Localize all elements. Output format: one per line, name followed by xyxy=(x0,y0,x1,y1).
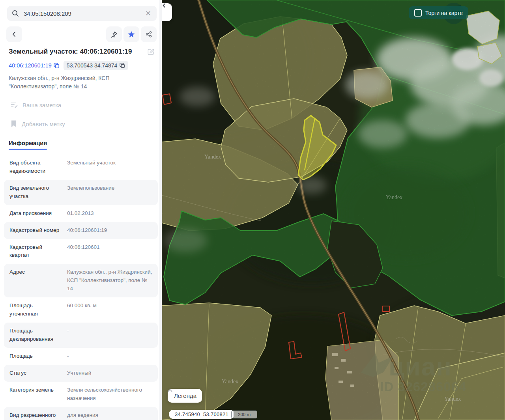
share-icon xyxy=(145,31,152,38)
info-row-label: Площадь уточненная xyxy=(9,302,60,318)
satellite-grain xyxy=(162,0,505,420)
chevron-left-icon xyxy=(11,31,17,37)
info-row-value: 40:06:120601:19 xyxy=(60,226,152,235)
info-row: Адрес Калужская обл., р-н Жиздринский, К… xyxy=(4,264,158,297)
bookmark-icon xyxy=(10,120,17,128)
info-row: Статус Учтенный xyxy=(4,365,158,382)
info-row-value: Земли сельскохозяйственного назначения xyxy=(60,386,152,403)
info-row-label: Кадастровый квартал xyxy=(9,243,60,260)
your-note-label: Ваша заметка xyxy=(22,102,61,108)
info-row: Кадастровый квартал 40:06:120601 xyxy=(4,239,158,264)
info-row-label: Вид земельного участка xyxy=(9,184,60,201)
info-row-label: Кадастровый номер xyxy=(9,226,60,235)
copy-icon[interactable] xyxy=(120,63,125,68)
favorite-button[interactable] xyxy=(123,26,139,42)
search-field[interactable]: ✕ xyxy=(7,6,157,21)
coordinates-chip[interactable]: 53.700543 34.74874 xyxy=(64,61,128,70)
chevron-left-icon xyxy=(162,3,166,8)
info-row-label: Адрес xyxy=(9,268,60,293)
cadastral-number-link[interactable]: 40:06:120601:19 xyxy=(9,62,60,69)
info-row-value: 40:06:120601 xyxy=(60,243,152,260)
search-icon xyxy=(12,10,19,17)
info-row-value: - xyxy=(60,352,152,360)
cadastral-map-app: ✕ Земельный участок: 40:06:120601:19 xyxy=(0,0,505,420)
sidebar-panel: ✕ Земельный участок: 40:06:120601:19 xyxy=(0,0,162,420)
info-row: Вид разрешенного использования для веден… xyxy=(4,407,158,420)
info-row: Площадь уточненная 60 000 кв. м xyxy=(4,297,158,323)
chevron-up-icon xyxy=(168,389,172,392)
torgi-toggle[interactable]: Торги на карте xyxy=(409,6,468,19)
info-row-label: Площадь декларированная xyxy=(9,327,60,343)
info-row-label: Вид объекта недвижимости xyxy=(9,159,60,175)
star-icon xyxy=(127,30,135,38)
pin-button[interactable] xyxy=(106,26,122,42)
page-title: Земельный участок: 40:06:120601:19 xyxy=(9,48,132,56)
info-table: Вид объекта недвижимости Земельный участ… xyxy=(0,155,162,420)
tab-information[interactable]: Информация xyxy=(9,140,47,150)
your-note-button[interactable]: Ваша заметка xyxy=(10,101,162,109)
map-scale-bar: 200 m xyxy=(231,411,257,418)
legend-button[interactable]: Легенда xyxy=(168,389,202,403)
info-row: Вид земельного участка Землепользование xyxy=(4,180,158,205)
info-row-label: Статус xyxy=(9,369,60,377)
cursor-coordinates: 34.745940 53.700821 xyxy=(169,410,234,419)
coordinates-text: 53.700543 34.74874 xyxy=(67,62,117,69)
info-row: Дата присвоения 01.02.2013 xyxy=(4,205,158,222)
info-row-value: Земельный участок xyxy=(60,159,152,175)
info-row-label: Дата присвоения xyxy=(9,209,60,218)
add-mark-button[interactable]: Добавить метку xyxy=(10,120,162,128)
edit-pencil-icon xyxy=(147,48,155,55)
info-row-value: Калужская обл., р-н Жиздринский, КСП "Ко… xyxy=(60,268,152,293)
clear-search-icon[interactable]: ✕ xyxy=(144,9,152,18)
info-row: Вид объекта недвижимости Земельный участ… xyxy=(4,155,158,180)
satellite-map-graphic: Yandex Yandex Yandex Yandex циан ID 3262… xyxy=(162,0,505,420)
toolbar xyxy=(6,26,157,42)
add-mark-label: Добавить метку xyxy=(22,121,65,127)
info-row: Кадастровый номер 40:06:120601:19 xyxy=(4,222,158,239)
map-scale-label: 200 m xyxy=(238,412,251,417)
info-row: Площадь декларированная - xyxy=(4,323,158,348)
pin-icon xyxy=(110,31,118,38)
object-address: Калужская обл., р-н Жиздринский, КСП "Ко… xyxy=(9,74,150,91)
info-row-value: Учтенный xyxy=(60,369,152,377)
map-canvas[interactable]: Yandex Yandex Yandex Yandex циан ID 3262… xyxy=(162,0,505,420)
torgi-label: Торги на карте xyxy=(425,10,463,16)
tab-information-label: Информация xyxy=(9,140,47,146)
note-icon xyxy=(10,101,18,109)
share-button[interactable] xyxy=(141,26,157,42)
torgi-checkbox[interactable] xyxy=(414,9,422,17)
collapse-sidebar-button[interactable] xyxy=(162,3,172,21)
info-row-label: Вид разрешенного использования xyxy=(9,411,60,420)
edit-note-button[interactable] xyxy=(147,48,155,57)
info-row-value: для ведения сельскохозяйственного произв… xyxy=(60,411,152,420)
info-row-value: 01.02.2013 xyxy=(60,209,152,218)
info-row-value: Землепользование xyxy=(60,184,152,201)
tab-bar: Информация xyxy=(9,140,162,150)
active-tab-underline xyxy=(9,149,47,150)
cadastral-number-text: 40:06:120601:19 xyxy=(9,62,52,69)
legend-label: Легенда xyxy=(174,392,196,399)
info-row-value: - xyxy=(60,327,152,343)
sidebar-scrollbar[interactable] xyxy=(159,0,162,420)
info-row: Категория земель Земли сельскохозяйствен… xyxy=(4,382,158,407)
info-row: Площадь - xyxy=(4,348,158,365)
search-input[interactable] xyxy=(23,10,144,17)
copy-icon[interactable] xyxy=(54,63,60,69)
info-row-label: Площадь xyxy=(9,352,60,360)
info-row-label: Категория земель xyxy=(9,386,60,403)
info-row-value: 60 000 кв. м xyxy=(60,302,152,318)
back-button[interactable] xyxy=(6,26,22,42)
